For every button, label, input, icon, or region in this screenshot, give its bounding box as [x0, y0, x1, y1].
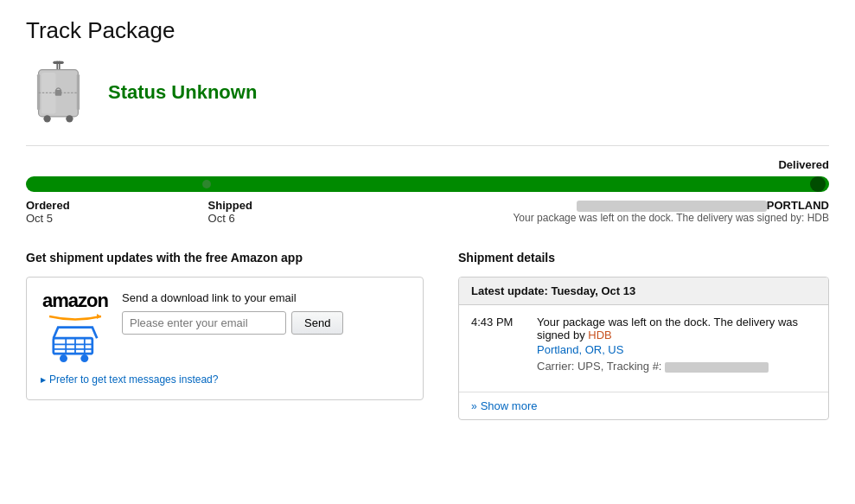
svg-marker-11 — [97, 314, 101, 319]
app-box-inner: amazon — [41, 291, 409, 363]
event-desc-text1: Your package was left on the dock. The d… — [537, 316, 798, 329]
shipped-title: Shipped — [208, 199, 252, 212]
shipped-date: Oct 6 — [208, 212, 252, 225]
shipment-section: Shipment details Latest update: Tuesday,… — [458, 251, 829, 420]
event-location: Portland, OR, US — [537, 343, 816, 356]
event-details: Your package was left on the dock. The d… — [537, 316, 816, 373]
svg-rect-12 — [54, 338, 93, 354]
carrier-label: Carrier: UPS, Tracking #: — [537, 360, 662, 373]
app-section: Get shipment updates with the free Amazo… — [26, 251, 424, 420]
email-input-row: Send a download link to your email Send — [122, 291, 343, 335]
svg-point-9 — [66, 115, 73, 122]
delivered-label-item: PORTLAND Your package was left on the do… — [252, 199, 829, 224]
shipment-body: 4:43 PM Your package was left on the doc… — [459, 305, 828, 392]
progress-section: Delivered Ordered Oct 5 Shipped Oct 6 PO… — [26, 145, 829, 225]
shipment-event: 4:43 PM Your package was left on the doc… — [471, 316, 816, 373]
delivery-address: PORTLAND — [287, 199, 829, 212]
ordered-date: Oct 5 — [26, 212, 70, 225]
event-carrier: Carrier: UPS, Tracking #: — [537, 360, 816, 373]
shipment-header: Latest update: Tuesday, Oct 13 — [459, 278, 828, 305]
luggage-icon — [26, 60, 91, 124]
svg-rect-1 — [56, 61, 58, 70]
svg-rect-10 — [55, 90, 62, 96]
shipment-footer: Show more — [459, 392, 828, 419]
blurred-address — [577, 201, 767, 212]
send-button[interactable]: Send — [291, 311, 343, 335]
event-description: Your package was left on the dock. The d… — [537, 316, 816, 341]
shipment-heading: Shipment details — [458, 251, 829, 265]
email-row: Send — [122, 311, 343, 335]
delivered-dot — [810, 176, 826, 192]
svg-rect-2 — [59, 61, 61, 70]
app-section-heading: Get shipment updates with the free Amazo… — [26, 251, 424, 265]
amazon-arrow-icon — [49, 312, 101, 321]
svg-point-13 — [60, 354, 67, 362]
status-text: Status Unknown — [108, 81, 257, 104]
svg-rect-6 — [77, 74, 80, 111]
ordered-title: Ordered — [26, 199, 70, 212]
app-box: amazon — [26, 277, 424, 400]
svg-rect-0 — [53, 61, 64, 64]
amazon-logo-container: amazon — [41, 291, 110, 363]
progress-bar — [26, 176, 829, 192]
text-messages-link[interactable]: Prefer to get text messages instead? — [41, 373, 409, 386]
event-time: 4:43 PM — [471, 316, 523, 373]
ordered-label-item: Ordered Oct 5 — [26, 199, 70, 225]
progress-labels: Ordered Oct 5 Shipped Oct 6 PORTLAND You… — [26, 199, 829, 225]
page-title: Track Package — [26, 17, 829, 44]
email-input[interactable] — [122, 311, 286, 335]
tracking-number-blurred — [665, 362, 769, 373]
bottom-section: Get shipment updates with the free Amazo… — [26, 251, 829, 420]
shipment-box: Latest update: Tuesday, Oct 13 4:43 PM Y… — [458, 277, 829, 420]
amazon-cart-icon — [49, 324, 101, 363]
event-desc-text2: signed by — [537, 329, 585, 341]
amazon-wordmark: amazon — [42, 291, 108, 310]
svg-point-8 — [43, 115, 50, 122]
svg-point-14 — [80, 354, 88, 362]
delivery-note: Your package was left on the dock. The d… — [287, 212, 829, 224]
show-more-link[interactable]: Show more — [471, 399, 816, 412]
status-section: Status Unknown — [26, 60, 829, 124]
shipped-label-item: Shipped Oct 6 — [208, 199, 252, 225]
delivery-city: PORTLAND — [767, 199, 829, 212]
shipped-dot — [202, 180, 211, 188]
svg-rect-5 — [37, 74, 40, 111]
send-link-label: Send a download link to your email — [122, 291, 343, 304]
delivered-label: Delivered — [26, 158, 829, 171]
event-signer: HDB — [588, 329, 611, 341]
